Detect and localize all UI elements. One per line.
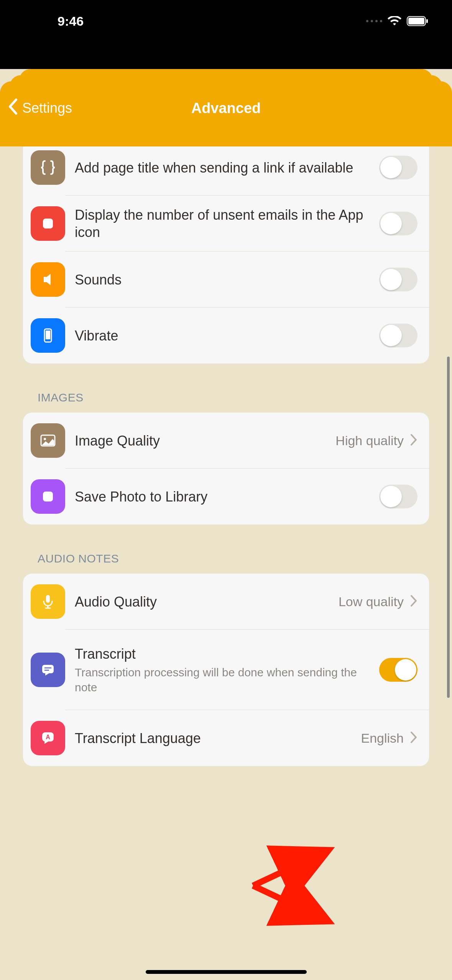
row-title: Save Photo to Library — [75, 488, 379, 505]
settings-section-general: Add page title when sending a link if av… — [23, 135, 429, 363]
row-title: Image Quality — [75, 432, 335, 449]
row-save-photo-library[interactable]: Save Photo to Library — [23, 469, 429, 525]
row-title: Transcript Language — [75, 730, 361, 747]
svg-rect-9 — [46, 595, 50, 603]
row-title: Display the number of unsent emails in t… — [75, 206, 379, 241]
settings-section-images: Image Quality High quality Save Photo to… — [23, 413, 429, 525]
svg-rect-10 — [42, 665, 54, 673]
status-bar: 9:46 — [0, 0, 452, 42]
language-icon: A — [31, 721, 65, 755]
row-value: English — [361, 731, 404, 746]
row-title: Audio Quality — [75, 593, 339, 610]
toggle-sounds[interactable] — [379, 268, 417, 291]
scroll-indicator[interactable] — [447, 357, 450, 698]
app-badge-icon — [31, 206, 65, 241]
settings-section-audio: Audio Quality Low quality Transcript — [23, 574, 429, 766]
status-icons — [366, 16, 429, 26]
toggle-vibrate[interactable] — [379, 324, 417, 347]
row-title: Add page title when sending a link if av… — [75, 159, 379, 176]
row-subtitle: Transcription processing will be done wh… — [75, 665, 379, 695]
row-transcript-language[interactable]: A Transcript Language English — [23, 710, 429, 766]
toggle-transcript[interactable] — [379, 658, 417, 682]
row-value: High quality — [335, 433, 404, 448]
svg-point-7 — [44, 438, 46, 440]
section-header-audio: AUDIO NOTES — [23, 544, 429, 574]
toggle-add-page-title[interactable] — [379, 156, 417, 179]
back-label: Settings — [22, 100, 72, 116]
back-button[interactable]: Settings — [8, 98, 72, 118]
braces-icon — [31, 150, 65, 185]
row-vibrate[interactable]: Vibrate — [23, 307, 429, 363]
chevron-right-icon — [410, 594, 417, 609]
status-time: 9:46 — [58, 14, 84, 29]
svg-rect-5 — [46, 331, 50, 339]
microphone-icon — [31, 584, 65, 619]
toggle-save-photo[interactable] — [379, 485, 417, 508]
home-indicator[interactable] — [146, 970, 307, 974]
row-sounds[interactable]: Sounds — [23, 252, 429, 307]
row-image-quality[interactable]: Image Quality High quality — [23, 413, 429, 469]
row-title: Transcript — [75, 645, 379, 663]
svg-text:A: A — [46, 734, 50, 740]
toggle-unsent-badge[interactable] — [379, 212, 417, 235]
svg-rect-3 — [43, 219, 53, 229]
photo-library-icon — [31, 479, 65, 514]
svg-rect-8 — [43, 492, 53, 502]
row-transcript[interactable]: Transcript Transcription processing will… — [23, 630, 429, 710]
transcript-icon — [31, 653, 65, 687]
row-title: Sounds — [75, 271, 379, 288]
row-unsent-emails-badge[interactable]: Display the number of unsent emails in t… — [23, 196, 429, 252]
speaker-icon — [31, 262, 65, 297]
svg-rect-2 — [426, 19, 428, 23]
row-title: Vibrate — [75, 327, 379, 344]
row-value: Low quality — [339, 594, 404, 609]
chevron-right-icon — [410, 433, 417, 448]
chevron-left-icon — [8, 98, 18, 118]
row-audio-quality[interactable]: Audio Quality Low quality — [23, 574, 429, 630]
phone-icon — [31, 318, 65, 353]
chevron-right-icon — [410, 731, 417, 745]
svg-rect-1 — [408, 18, 424, 25]
image-icon — [31, 423, 65, 458]
main-sheet: Settings Advanced Add page title when se… — [0, 81, 452, 980]
section-header-images: IMAGES — [23, 383, 429, 413]
row-add-page-title[interactable]: Add page title when sending a link if av… — [23, 135, 429, 196]
cell-dots-icon — [366, 20, 382, 22]
wifi-icon — [388, 16, 401, 26]
battery-icon — [407, 16, 429, 26]
